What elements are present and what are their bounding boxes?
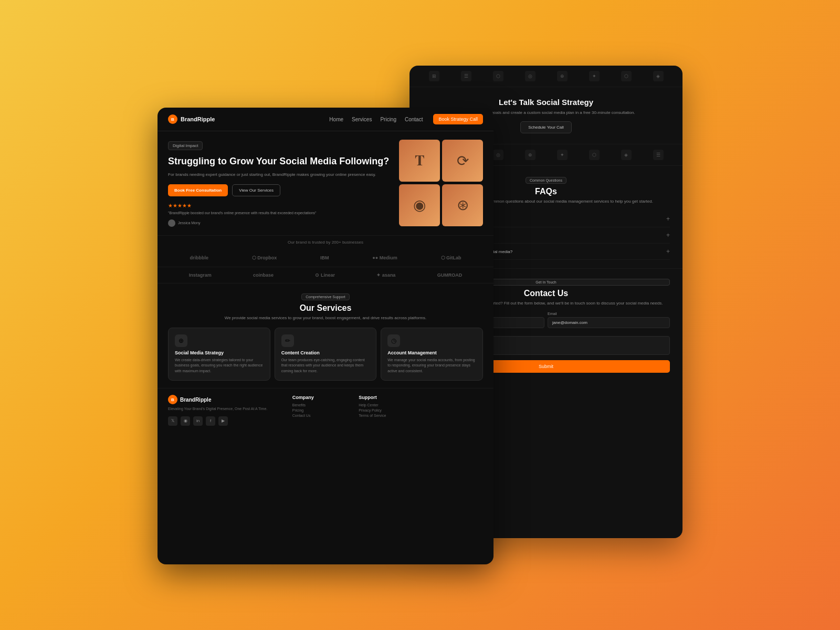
email-field-group: Email bbox=[548, 312, 670, 328]
mid-icon-6: ⬡ bbox=[589, 150, 600, 160]
footer-company-links: Benefits Pricing Contact Us bbox=[292, 403, 350, 417]
footer-col-support-title: Support bbox=[359, 395, 416, 400]
logo-dropbox: ⬡ Dropbox bbox=[252, 255, 277, 260]
view-services-btn[interactable]: View Our Services bbox=[232, 184, 280, 196]
hero-buttons: Book Free Consultation View Our Services bbox=[168, 184, 392, 196]
footer-support-links: Help Center Privacy Policy Terms of Serv… bbox=[359, 403, 416, 417]
hero-subtitle: For brands needing expert guidance or ju… bbox=[168, 172, 392, 178]
logo-ibm: IBM bbox=[320, 255, 329, 260]
service-card-2: ✏ Content Creation Our team produces eye… bbox=[275, 328, 377, 381]
nav-home[interactable]: Home bbox=[329, 117, 343, 122]
service-name-3: Account Management bbox=[387, 350, 476, 355]
brand-name: BrandRipple bbox=[181, 116, 215, 122]
icon-7: ⬡ bbox=[621, 71, 632, 81]
service-card-3: ◷ Account Management We manage your soci… bbox=[381, 328, 483, 381]
schedule-btn[interactable]: Schedule Your Call bbox=[520, 121, 572, 133]
social-instagram[interactable]: ◉ bbox=[181, 416, 190, 426]
shape-2: ⟳ bbox=[457, 152, 469, 170]
trusted-bar: Our brand is trusted by 200+ businesses bbox=[158, 235, 494, 249]
email-input[interactable] bbox=[548, 317, 670, 328]
footer-logo-icon: B bbox=[168, 395, 177, 404]
hero-images: 𝐓 ⟳ ◉ ⊛ bbox=[399, 140, 483, 227]
hero-img-1: 𝐓 bbox=[399, 140, 440, 182]
nav-cta-button[interactable]: Book Strategy Call bbox=[433, 114, 483, 124]
star-rating: ★★★★★ bbox=[168, 203, 392, 208]
footer-brand: B BrandRipple Elevating Your Brand's Dig… bbox=[168, 395, 284, 426]
logo-coinbase: coinbase bbox=[253, 272, 274, 278]
footer-link-pricing[interactable]: Pricing bbox=[292, 408, 350, 412]
footer-link-privacy[interactable]: Privacy Policy bbox=[359, 408, 416, 412]
footer-col-company-title: Company bbox=[292, 395, 350, 400]
faq-expand-1[interactable]: + bbox=[666, 215, 670, 223]
shape-4: ⊛ bbox=[457, 196, 469, 214]
icon-2: ☰ bbox=[461, 71, 471, 81]
icon-1: ⊞ bbox=[429, 71, 439, 81]
author-name: Jessica Mony bbox=[178, 221, 200, 225]
brand-logo: B BrandRipple bbox=[168, 114, 215, 124]
services-section: Comprehensive Support Our Services We pr… bbox=[158, 284, 494, 388]
mid-icon-8: ☰ bbox=[653, 150, 664, 160]
logo-dribbble: dribbble bbox=[190, 255, 208, 260]
top-icon-bar: ⊞ ☰ ⬡ ◎ ⊕ ✦ ⬡ ◈ bbox=[410, 66, 682, 87]
shape-1: 𝐓 bbox=[415, 152, 425, 170]
social-twitter[interactable]: 𝕏 bbox=[168, 416, 177, 426]
services-badge: Comprehensive Support bbox=[301, 293, 350, 300]
social-icons: 𝕏 ◉ in f ▶ bbox=[168, 416, 284, 426]
footer-col-support: Support Help Center Privacy Policy Terms… bbox=[359, 395, 416, 426]
nav-services[interactable]: Services bbox=[352, 117, 372, 122]
nav-contact[interactable]: Contact bbox=[405, 117, 423, 122]
service-icon-3: ◷ bbox=[387, 334, 400, 347]
mid-icon-5: ✦ bbox=[557, 150, 568, 160]
footer-link-help[interactable]: Help Center bbox=[359, 403, 416, 407]
footer-col-company: Company Benefits Pricing Contact Us bbox=[292, 395, 350, 426]
mid-icon-3: ◎ bbox=[493, 150, 503, 160]
logo-asana: ✦ asana bbox=[376, 272, 395, 278]
service-card-1: ⊕ Social Media Strategy We create data-d… bbox=[168, 328, 270, 381]
trusted-label: Our brand is trusted by 200+ businesses bbox=[288, 240, 363, 245]
social-facebook[interactable]: f bbox=[206, 416, 215, 426]
logo-instagram: Instagram bbox=[189, 272, 212, 278]
logo-medium: ●● Medium bbox=[372, 255, 397, 260]
service-icon-1: ⊕ bbox=[175, 334, 187, 347]
service-icon-2: ✏ bbox=[281, 334, 294, 347]
footer-brand-name: B BrandRipple bbox=[168, 395, 284, 404]
nav-links: Home Services Pricing Contact bbox=[329, 117, 423, 122]
service-desc-1: We create data-driven strategies tailore… bbox=[175, 358, 264, 374]
service-desc-3: We manage your social media accounts, fr… bbox=[387, 358, 476, 374]
faq-expand-2[interactable]: + bbox=[666, 232, 670, 239]
faq-expand-3[interactable]: + bbox=[666, 248, 670, 255]
social-youtube[interactable]: ▶ bbox=[218, 416, 228, 426]
services-subtitle: We provide social media services to grow… bbox=[168, 315, 483, 321]
nav-pricing[interactable]: Pricing bbox=[380, 117, 396, 122]
hero-title: Struggling to Grow Your Social Media Fol… bbox=[168, 155, 392, 167]
testimonial-author: Jessica Mony bbox=[168, 219, 392, 227]
hero-section: Digital Impact Struggling to Grow Your S… bbox=[158, 131, 494, 235]
hero-badge: Digital Impact bbox=[168, 141, 203, 150]
email-label: Email bbox=[548, 312, 670, 316]
author-avatar bbox=[168, 219, 175, 227]
service-name-1: Social Media Strategy bbox=[175, 350, 264, 355]
mid-icon-4: ⊕ bbox=[525, 150, 536, 160]
icon-3: ⬡ bbox=[493, 71, 503, 81]
footer-link-terms[interactable]: Terms of Service bbox=[359, 414, 416, 417]
front-panel: B BrandRipple Home Services Pricing Cont… bbox=[158, 108, 494, 564]
footer-link-benefits[interactable]: Benefits bbox=[292, 403, 350, 407]
shape-3: ◉ bbox=[413, 196, 426, 214]
hero-img-2: ⟳ bbox=[442, 140, 483, 182]
footer: B BrandRipple Elevating Your Brand's Dig… bbox=[158, 388, 494, 432]
footer-link-contact[interactable]: Contact Us bbox=[292, 414, 350, 417]
service-name-2: Content Creation bbox=[281, 350, 370, 355]
footer-tagline: Elevating Your Brand's Digital Presence,… bbox=[168, 406, 284, 412]
logo-icon: B bbox=[168, 114, 177, 124]
icon-8: ◈ bbox=[653, 71, 664, 81]
social-linkedin[interactable]: in bbox=[193, 416, 203, 426]
strategy-title: Let's Talk Social Strategy bbox=[422, 98, 670, 107]
main-nav: B BrandRipple Home Services Pricing Cont… bbox=[158, 108, 494, 131]
testimonial-text: "BrandRipple boosted our brand's online … bbox=[168, 211, 392, 216]
mid-icon-7: ◈ bbox=[621, 150, 632, 160]
icon-6: ✦ bbox=[589, 71, 600, 81]
book-consultation-btn[interactable]: Book Free Consultation bbox=[168, 184, 228, 196]
service-desc-2: Our team produces eye-catching, engaging… bbox=[281, 358, 370, 374]
logos-row-2: Instagram coinbase ⊙ Linear ✦ asana GUMR… bbox=[158, 267, 494, 284]
hero-img-4: ⊛ bbox=[442, 184, 483, 226]
